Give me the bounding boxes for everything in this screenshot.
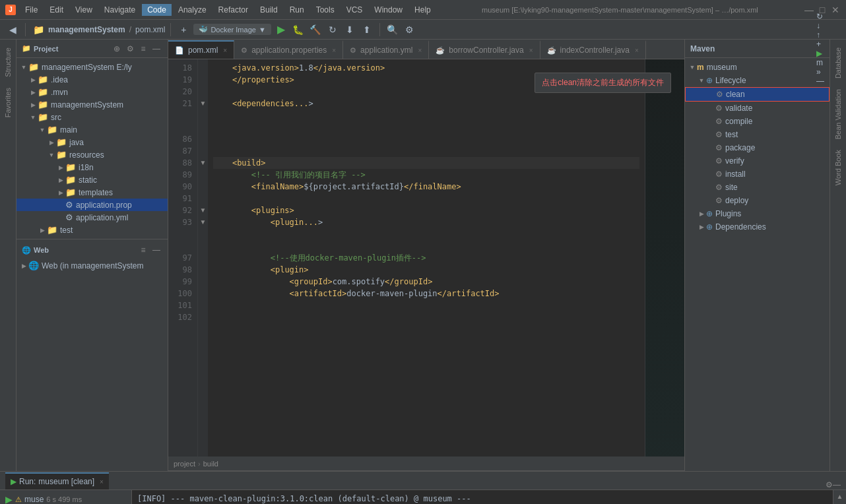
tab-app-properties[interactable]: ⚙ application.properties × bbox=[234, 40, 343, 59]
maven-add-button[interactable]: + bbox=[816, 40, 824, 49]
menu-window[interactable]: Window bbox=[369, 4, 408, 16]
tab-pom-xml[interactable]: 📄 pom.xml × bbox=[168, 40, 234, 59]
back-button[interactable]: ◀ bbox=[5, 22, 20, 37]
word-book-tab[interactable]: Word Book bbox=[831, 144, 845, 191]
reload-button[interactable]: ↻ bbox=[325, 22, 340, 37]
maven-item-verify[interactable]: ⚙ verify bbox=[685, 154, 830, 168]
tab-close-button[interactable]: × bbox=[529, 47, 533, 54]
mini-map bbox=[645, 59, 684, 457]
settings-panel-button[interactable]: ⚙ bbox=[124, 43, 136, 55]
editor-content[interactable]: 点击clean清除之前生成的所有文件 18 19 20 21 . . 86 87… bbox=[168, 59, 684, 471]
arrow-icon bbox=[706, 131, 715, 138]
tree-item-web[interactable]: ▶ 🌐 Web (in managementSystem bbox=[16, 259, 168, 272]
web-options-button[interactable]: ≡ bbox=[137, 244, 149, 256]
menu-tools[interactable]: Tools bbox=[311, 4, 340, 16]
tree-item-resources[interactable]: ▼ 📁 resources bbox=[16, 148, 168, 161]
run-tab[interactable]: ▶ Run: museum [clean] × bbox=[5, 472, 109, 489]
menu-edit[interactable]: Edit bbox=[44, 4, 69, 16]
git-update-button[interactable]: ⬇ bbox=[342, 22, 357, 37]
tree-item-label: resources bbox=[69, 150, 104, 160]
tree-item-i18n[interactable]: ▶ 📁 i18n bbox=[16, 161, 168, 173]
code-line-98 bbox=[213, 240, 639, 252]
maven-item-install[interactable]: ⚙ install bbox=[685, 168, 830, 181]
search-button[interactable]: 🔍 bbox=[385, 22, 400, 37]
breadcrumb-item-project[interactable]: project bbox=[174, 460, 195, 468]
maven-item-test[interactable]: ⚙ test bbox=[685, 128, 830, 141]
maven-item-plugins[interactable]: ▶ ⊕ Plugins bbox=[685, 207, 830, 220]
maven-item-dependencies[interactable]: ▶ ⊕ Dependencies bbox=[685, 220, 830, 234]
maven-item-deploy[interactable]: ⚙ deploy bbox=[685, 194, 830, 207]
run-item-muse[interactable]: ▶ ⚠ muse 6 s 499 ms bbox=[3, 493, 129, 504]
tree-item-templates[interactable]: ▶ 📁 templates bbox=[16, 186, 168, 199]
tab-close-button[interactable]: × bbox=[223, 47, 227, 54]
tree-item-main[interactable]: ▼ 📁 main bbox=[16, 123, 168, 136]
maven-item-site[interactable]: ⚙ site bbox=[685, 181, 830, 194]
menu-refactor[interactable]: Refactor bbox=[213, 4, 253, 16]
folder-icon: 📁 bbox=[56, 137, 67, 147]
tab-close-button[interactable]: × bbox=[418, 47, 422, 54]
menu-run[interactable]: Run bbox=[284, 4, 309, 16]
tree-item-java[interactable]: ▶ 📁 java bbox=[16, 136, 168, 148]
docker-button[interactable]: 🐳 Docker Image ▼ bbox=[193, 24, 271, 35]
web-minimize-button[interactable]: — bbox=[150, 244, 162, 256]
maven-item-package[interactable]: ⚙ package bbox=[685, 141, 830, 154]
tree-item-app-props[interactable]: ⚙ application.prop bbox=[16, 199, 168, 211]
tree-item-app-yml[interactable]: ⚙ application.yml bbox=[16, 211, 168, 224]
breadcrumb-item-build[interactable]: build bbox=[203, 460, 218, 468]
run-minimize-button[interactable]: — bbox=[833, 480, 841, 489]
favorites-tab[interactable]: Favorites bbox=[1, 82, 15, 123]
lifecycle-icon: ⊕ bbox=[706, 76, 713, 85]
tab-app-yml[interactable]: ⚙ application.yml × bbox=[343, 40, 429, 59]
maven-item-lifecycle[interactable]: ▼ ⊕ Lifecycle bbox=[685, 74, 830, 87]
run-button[interactable]: ▶ bbox=[274, 22, 288, 37]
maven-run-button[interactable]: ▶ bbox=[816, 49, 824, 58]
tree-item-src[interactable]: ▼ 📁 src bbox=[16, 111, 168, 123]
gear-icon: ⚙ bbox=[715, 130, 723, 139]
menu-analyze[interactable]: Analyze bbox=[173, 4, 212, 16]
database-tab[interactable]: Database bbox=[831, 42, 845, 84]
run-settings-button[interactable]: ⚙ bbox=[826, 480, 833, 489]
menu-navigate[interactable]: Navigate bbox=[99, 4, 141, 16]
run-tab-close[interactable]: × bbox=[100, 478, 104, 486]
menu-help[interactable]: Help bbox=[409, 4, 436, 16]
maven-item-museum[interactable]: ▼ m museum bbox=[685, 61, 830, 74]
structure-tab[interactable]: Structure bbox=[1, 42, 15, 82]
build-button[interactable]: 🔨 bbox=[308, 22, 323, 37]
tab-close-button[interactable]: × bbox=[332, 47, 336, 54]
menu-file[interactable]: File bbox=[20, 4, 43, 16]
menu-code[interactable]: Code bbox=[142, 4, 172, 16]
tab-close-button[interactable]: × bbox=[635, 47, 639, 54]
tree-item-static[interactable]: ▶ 📁 static bbox=[16, 173, 168, 186]
tree-item-idea[interactable]: ▶ 📁 .idea bbox=[16, 73, 168, 86]
maven-item-validate[interactable]: ⚙ validate bbox=[685, 102, 830, 115]
close-button[interactable]: ✕ bbox=[830, 5, 841, 15]
tree-item-root[interactable]: ▼ 📁 managementSystem E:/ly bbox=[16, 61, 168, 73]
maven-refresh-button[interactable]: ↻ bbox=[816, 12, 824, 21]
project-panel: 📁 Project ⊕ ⚙ ≡ — ▼ 📁 managementSystem E… bbox=[16, 40, 168, 471]
bean-validation-tab[interactable]: Bean Validation bbox=[831, 84, 845, 144]
minimize-button[interactable]: — bbox=[804, 5, 814, 15]
maven-item-compile[interactable]: ⚙ compile bbox=[685, 115, 830, 128]
tab-borrow-controller[interactable]: ☕ borrowController.java × bbox=[429, 40, 540, 59]
maven-item-clean[interactable]: ⚙ clean bbox=[685, 87, 830, 102]
settings-button[interactable]: ⚙ bbox=[403, 22, 417, 37]
sync-button[interactable]: ⊕ bbox=[111, 43, 123, 55]
minimize-panel-button[interactable]: — bbox=[150, 43, 162, 55]
maven-upload-button[interactable]: ↑ bbox=[816, 30, 824, 40]
maven-download-button[interactable]: ↓ bbox=[816, 21, 824, 30]
tree-item-mgmt[interactable]: ▶ 📁 managementSystem bbox=[16, 98, 168, 111]
menu-view[interactable]: View bbox=[70, 4, 98, 16]
scroll-up-button[interactable]: ▲ bbox=[837, 493, 843, 500]
options-button[interactable]: ≡ bbox=[137, 43, 149, 55]
tree-item-test[interactable]: ▶ 📁 test bbox=[16, 224, 168, 236]
config-icon: ⚙ bbox=[65, 212, 73, 222]
add-config-button[interactable]: + bbox=[176, 22, 191, 37]
tab-index-controller[interactable]: ☕ indexController.java × bbox=[540, 40, 646, 59]
code-editor[interactable]: <java.version>1.8</java.version> </prope… bbox=[208, 59, 645, 457]
menu-build[interactable]: Build bbox=[255, 4, 283, 16]
tree-item-mvn[interactable]: ▶ 📁 .mvn bbox=[16, 86, 168, 98]
debug-button[interactable]: 🐛 bbox=[291, 22, 306, 37]
titlebar: J File Edit View Navigate Code Analyze R… bbox=[0, 0, 846, 20]
menu-vcs[interactable]: VCS bbox=[341, 4, 368, 16]
git-push-button[interactable]: ⬆ bbox=[360, 22, 374, 37]
